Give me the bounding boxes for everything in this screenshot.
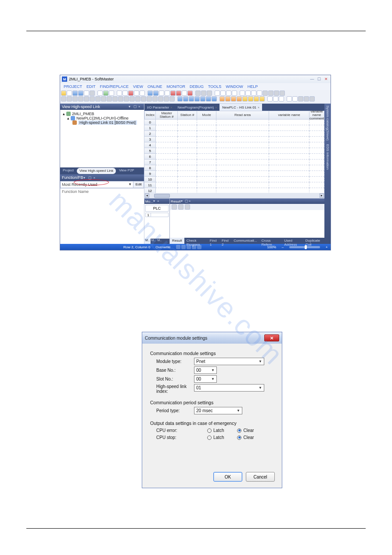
toolbar-icon[interactable] [124, 96, 129, 102]
toolbar-icon[interactable] [153, 91, 158, 96]
toolbar-icon[interactable] [169, 96, 175, 102]
toolbar-icon[interactable] [72, 96, 78, 102]
close-icon[interactable]: × [157, 200, 161, 203]
toolbar-icon[interactable] [118, 96, 123, 102]
grid-cell[interactable] [216, 160, 269, 165]
scroll-left-icon[interactable]: ◂ [145, 193, 149, 198]
toolbar-icon[interactable] [90, 96, 95, 102]
grid-cell[interactable] [156, 188, 178, 193]
func-combo[interactable]: Most Recently Used ▼ [60, 181, 133, 188]
grid-cell[interactable] [197, 120, 216, 125]
res-tab-find2[interactable]: Find 2 [219, 238, 231, 244]
grid-cell[interactable] [156, 142, 178, 148]
toolbar-icon[interactable] [273, 96, 278, 102]
pin-icon[interactable]: ▢ [133, 105, 137, 109]
grid-cell[interactable] [309, 177, 324, 182]
toolbar-icon[interactable] [141, 96, 146, 102]
toolbar-icon[interactable] [176, 91, 181, 96]
toolbar-icon[interactable] [90, 91, 95, 96]
tab-newprogram[interactable]: NewProgram(Program)× [175, 104, 219, 111]
toolbar-icon[interactable] [117, 91, 122, 96]
grid-cell[interactable] [216, 165, 269, 171]
tab-io-parameter[interactable]: I/O Parameter× [144, 104, 175, 111]
toolbar-icon[interactable] [274, 91, 279, 96]
grid-cell[interactable] [156, 177, 178, 182]
radio-cpu-error-latch[interactable]: Latch [207, 428, 224, 433]
grid-cell[interactable] [309, 165, 324, 171]
toolbar-icon[interactable] [178, 204, 183, 210]
grid-cell[interactable] [156, 160, 178, 165]
plc-cell[interactable]: PLC [145, 205, 169, 212]
toolbar-icon[interactable] [259, 96, 265, 102]
tree-root[interactable]: ▴ 2MLI_PMEB [63, 112, 141, 116]
combo-module-type[interactable]: Pnet ▼ [194, 358, 264, 365]
maximize-button[interactable]: ☐ [316, 76, 322, 82]
zoom-out-icon[interactable] [292, 96, 298, 102]
close-icon[interactable]: × [189, 200, 193, 203]
table-row[interactable]: 2 [144, 131, 324, 137]
toolbar-icon[interactable] [254, 96, 259, 102]
grid-header-varname[interactable]: variable name [269, 111, 309, 120]
toolbar-icon[interactable] [97, 91, 103, 96]
grid-cell[interactable] [269, 137, 309, 142]
toolbar-icon[interactable] [309, 96, 315, 102]
toolbar-icon[interactable] [61, 91, 66, 96]
grid-header-read-area[interactable]: Read area [216, 111, 269, 120]
toolbar-icon[interactable] [215, 91, 220, 96]
zoom-slider[interactable] [289, 246, 320, 248]
table-row[interactable]: 1 [144, 125, 324, 131]
toolbar-icon[interactable] [152, 96, 158, 102]
grid-cell[interactable] [269, 154, 309, 160]
grid-cell[interactable] [309, 131, 324, 137]
combo-hs-index[interactable]: 01 ▼ [194, 384, 264, 392]
toolbar-icon[interactable] [237, 96, 242, 102]
toolbar-icon[interactable] [103, 91, 108, 96]
grid-header-index[interactable]: Index [144, 111, 156, 120]
toolbar-icon[interactable] [183, 96, 188, 102]
grid-cell[interactable] [216, 120, 269, 125]
grid-cell[interactable] [197, 142, 216, 148]
res-tab-result[interactable]: Result [170, 238, 184, 244]
grid-cell[interactable] [216, 148, 269, 154]
tree-hs-link[interactable]: High-speed Link 01 [B0S0 Pnet] [63, 120, 141, 125]
toolbar-icon[interactable] [201, 91, 206, 96]
close-icon[interactable]: × [138, 105, 142, 109]
grid-cell[interactable] [269, 131, 309, 137]
grid-cell[interactable] [269, 165, 309, 171]
toolbar-icon[interactable] [101, 96, 106, 102]
scroll-right-icon[interactable]: ▸ [320, 193, 324, 198]
grid-cell[interactable] [269, 177, 309, 182]
grid-cell[interactable] [178, 182, 197, 188]
options-icon[interactable]: ▾ [153, 200, 157, 203]
toolbar-icon[interactable] [78, 96, 83, 102]
table-row[interactable]: 10 [144, 177, 324, 182]
grid-cell[interactable] [269, 182, 309, 188]
toolbar-icon[interactable] [78, 91, 83, 96]
grid-cell[interactable] [269, 171, 309, 177]
grid-cell[interactable] [269, 142, 309, 148]
toolbar-icon[interactable] [279, 96, 284, 102]
toolbar-icon[interactable] [72, 91, 78, 96]
grid-cell[interactable] [156, 137, 178, 142]
tree-cpu[interactable]: ▴ NewPLC(2MLI-CPUH)-Offline [63, 116, 141, 120]
toolbar-icon[interactable] [109, 91, 114, 96]
grid-cell[interactable] [156, 154, 178, 160]
grid-header-mode[interactable]: Mode [197, 111, 216, 120]
grid-hscrollbar[interactable]: ◂ ▸ [144, 193, 324, 198]
menu-window[interactable]: WINDOW [224, 84, 245, 89]
options-icon[interactable]: ▾ [83, 176, 87, 180]
mo-tab[interactable]: M.. [144, 239, 151, 244]
table-row[interactable]: 3 [144, 137, 324, 142]
grid-cell[interactable] [197, 125, 216, 131]
toolbar-icon[interactable] [140, 91, 145, 96]
grid-cell[interactable] [156, 148, 178, 154]
combo-period-type[interactable]: 20 msec ▼ [194, 407, 242, 414]
grid-cell[interactable] [309, 125, 324, 131]
grid-cell[interactable] [156, 125, 178, 131]
rail-tab-system-catalog[interactable]: System catalog(Slave) [325, 104, 330, 142]
pin-icon[interactable]: ▢ [185, 200, 189, 203]
find-icon[interactable] [240, 91, 245, 96]
toolbar-icon[interactable] [225, 96, 230, 102]
res-tab-comm[interactable]: Communicati... [231, 238, 259, 244]
toolbar-icon[interactable] [220, 91, 226, 96]
